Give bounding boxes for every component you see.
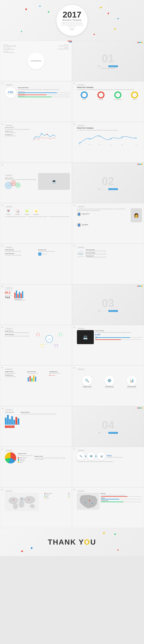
icon-folder: 📁 bbox=[26, 210, 28, 212]
title-template: Business Template bbox=[62, 19, 82, 21]
deco-dot-yellow2 bbox=[114, 28, 116, 30]
dot-b bbox=[139, 42, 140, 43]
adobe-title2: Adobe Illustrator bbox=[5, 249, 37, 250]
contents-right: Data View Our company introduced High Vi… bbox=[47, 44, 68, 78]
section02-deco bbox=[137, 164, 143, 165]
dot4-y bbox=[141, 408, 143, 408]
wm-label3: Asia bbox=[46, 496, 48, 497]
icon-label-3: Business bbox=[25, 214, 29, 215]
about2-title: About Our Company bbox=[77, 127, 142, 129]
slide-02d-inner: CONTENTS 🔍 ⚙️ 📊 78.2n Our company introd… bbox=[74, 449, 142, 462]
svg-text:Jun: Jun bbox=[135, 144, 137, 145]
deco-dot-red1 bbox=[25, 8, 27, 10]
slide-03b-inner: CONTENTS Adobe Illustrator Our company i… bbox=[2, 246, 70, 257]
big-icon-label3: Adobe Illustrator bbox=[127, 386, 137, 387]
wm-label2: Europe bbox=[46, 494, 49, 496]
stat-748-label: Adobe Illustrator bbox=[5, 295, 13, 296]
legend-color-2 bbox=[18, 459, 19, 460]
slide-03b-body: Adobe Illustrator Our company introduced… bbox=[5, 249, 70, 257]
cloud-item1-title: Adobe Illustrator bbox=[86, 249, 142, 250]
big-icon-desc1: Our company introduced bbox=[82, 387, 92, 388]
svg-point-31 bbox=[13, 503, 18, 509]
pb-label2: Adobe Illustrator bbox=[18, 93, 70, 94]
row-7: 05 CONTENTS Power Point 2013 65.2 Adobe … bbox=[0, 284, 144, 325]
row-3: 03 CONTENTS Power Point 2013 Our company… bbox=[0, 122, 144, 162]
slide-section-02: 02 Date Photoshop Cs4 bbox=[72, 162, 144, 203]
flow-circle-2: ⚙️ bbox=[87, 452, 95, 460]
line-chart-svg bbox=[32, 131, 57, 142]
arrow-2 bbox=[96, 455, 97, 457]
person2-title: Position Title bbox=[82, 225, 88, 226]
slide-01d-body: Google Chrome Our company introduced pro… bbox=[5, 452, 70, 464]
vbar2 bbox=[7, 415, 9, 425]
slide-01b-desc3: Our company introduced the products care… bbox=[48, 216, 69, 217]
pp2013-label2: Power Point 2013 bbox=[5, 127, 70, 128]
cloud-item2-title: Power Point 2013 bbox=[86, 252, 142, 254]
curved-line-svg: Jan Feb Mar Apr May Jun bbox=[77, 132, 139, 146]
svg-rect-25 bbox=[30, 376, 31, 382]
googlechrome-label: Google Chrome bbox=[5, 131, 30, 132]
icon-label-4: Education bbox=[34, 214, 39, 215]
slide-02c-inner: CONTENTS 💻 Adobe Illustrator Our company… bbox=[74, 327, 142, 344]
wm-dot4 bbox=[44, 498, 45, 498]
wm-val1: 35% bbox=[68, 493, 70, 494]
flow-icon-1: 🔍 bbox=[79, 455, 82, 458]
donut-label-2: Photoshop bbox=[97, 99, 104, 100]
thankyou-text: THANK YOU bbox=[48, 538, 96, 546]
pin-icon bbox=[49, 375, 50, 376]
icon-item-4: ⭐ Education bbox=[33, 209, 40, 215]
legend-color-3 bbox=[18, 460, 19, 461]
svg-point-3 bbox=[89, 138, 90, 139]
slide-num-03c: 03 bbox=[2, 367, 3, 368]
dot2-r bbox=[137, 164, 138, 165]
svg-point-30 bbox=[9, 497, 18, 504]
stat-bar1-fill bbox=[95, 337, 130, 338]
slide-num-05c: 05 bbox=[2, 408, 3, 409]
big-icon-3: 📊 Adobe Illustrator Our company introduc… bbox=[127, 376, 137, 388]
slide-num-05a: 05 bbox=[2, 164, 3, 166]
slide-05b-barchart: 05 CONTENTS Power Point 2013 65.2 Adobe … bbox=[0, 284, 72, 325]
cloud-item2-desc: Our company introduced the products care… bbox=[86, 254, 142, 254]
about2-desc: Our company introduced the products care… bbox=[77, 130, 142, 131]
contents-badge-02c: CONTENTS bbox=[77, 328, 85, 330]
dot3-b bbox=[139, 286, 140, 287]
slide-04b-inner: CONTENTS ☁️ Cloud Service Adobe Illustra… bbox=[74, 246, 142, 258]
slide-03-photoshop: Photoshop Cs4 Our company introduced bbox=[5, 134, 30, 136]
wm-label1: North America bbox=[46, 493, 52, 494]
svg-point-4 bbox=[99, 136, 100, 136]
dot2-y bbox=[141, 164, 143, 165]
row-4: 05 CONTENTS Adobe Illustrator Our compan… bbox=[0, 162, 144, 203]
contents-badge-04c: CONTENTS bbox=[77, 368, 85, 370]
dot-g bbox=[140, 42, 141, 43]
thankyou-o-letter: O bbox=[84, 538, 90, 546]
corner-deco bbox=[68, 41, 72, 42]
vbar1 bbox=[5, 418, 7, 425]
slide-04d-chinamap: 04 CONTENTS bbox=[72, 488, 144, 528]
adobe-label: Adobe Illustrator bbox=[5, 178, 37, 179]
slide-01b-bottom: Our company introduced the products care… bbox=[5, 216, 70, 217]
pie-chart-visual bbox=[5, 452, 16, 464]
stat-782: 78.2n bbox=[107, 454, 142, 457]
photo-placeholder: 💻 bbox=[38, 173, 70, 190]
section04-labels: Date Photoshop Cs4 bbox=[98, 432, 118, 434]
legend-label-3: Photoshop bbox=[20, 460, 24, 461]
big-icon-desc2: Our company introduced bbox=[104, 387, 114, 388]
icon-item-2: 📊 Concepts bbox=[14, 209, 21, 215]
slide-01c-left: Google Chrome Our company introduced the… bbox=[5, 330, 34, 336]
svg-point-23 bbox=[55, 344, 58, 347]
googlechrome2-desc: Our company introduced the products care… bbox=[5, 332, 34, 333]
donut-3: Adobe Illustrator bbox=[114, 92, 121, 100]
pb-label3: Google Chrome bbox=[18, 96, 70, 96]
corner-red bbox=[68, 41, 72, 42]
section02-date: Date bbox=[98, 188, 101, 190]
big-icon-settings: ⚙️ bbox=[107, 378, 112, 382]
slide-num-04c: 04 bbox=[74, 367, 75, 368]
slide-02b-text: Our company introduced the products care… bbox=[77, 208, 129, 222]
dot2-b bbox=[139, 164, 140, 165]
slide-03-body: Google Chrome Our company introduced Pho… bbox=[5, 131, 70, 142]
cta-button[interactable]: View Details bbox=[5, 426, 15, 428]
avatar1: 👤 bbox=[77, 212, 81, 216]
stat-inner: 3,461 Power Point 2013 bbox=[7, 91, 14, 94]
chart-legend-desc1: Our company introduced bbox=[14, 300, 70, 301]
section01-num: 01 bbox=[102, 53, 114, 64]
